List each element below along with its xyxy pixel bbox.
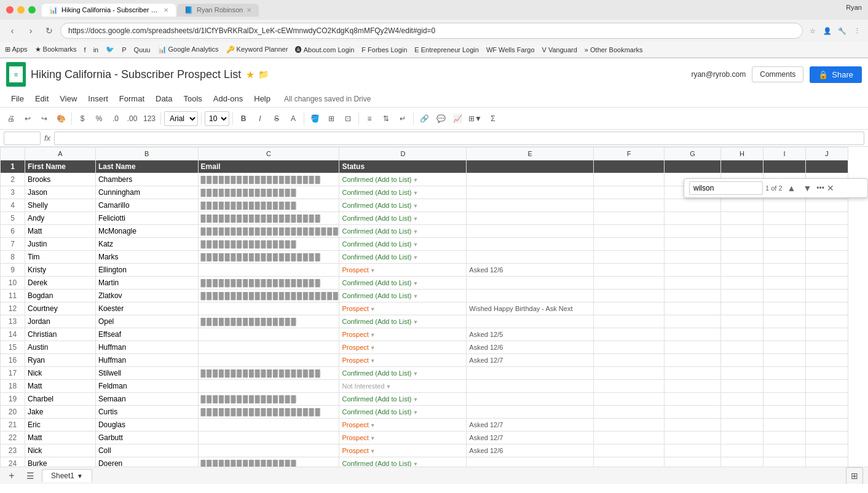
- cell-empty-17-1[interactable]: [665, 367, 721, 380]
- tab-facebook[interactable]: 📘 Ryan Robinson ✕: [177, 4, 259, 17]
- cell-email-11[interactable]: ████████████████████████: [198, 290, 339, 302]
- cell-firstname-11[interactable]: Bogdan: [25, 290, 96, 302]
- col-header-a[interactable]: A: [25, 148, 96, 160]
- cell-empty-20-0[interactable]: [594, 406, 665, 419]
- menu-data[interactable]: Data: [151, 92, 177, 106]
- cell-empty-15-0[interactable]: [594, 341, 665, 354]
- cell-empty-16-2[interactable]: [721, 354, 763, 367]
- cell-empty-10-4[interactable]: [805, 277, 848, 290]
- forward-btn[interactable]: ›: [23, 23, 38, 38]
- cell-reference-input[interactable]: [4, 132, 41, 145]
- cell-empty-9-2[interactable]: [721, 264, 763, 277]
- cell-status-24[interactable]: Confirmed (Add to List)▼: [339, 457, 467, 467]
- menu-insert[interactable]: Insert: [83, 92, 113, 106]
- cell-status-4[interactable]: Confirmed (Add to List)▼: [339, 199, 467, 212]
- bookmark-wellsfargo[interactable]: WF Wells Fargo: [486, 46, 535, 53]
- find-input[interactable]: [689, 181, 763, 195]
- cell-empty-19-1[interactable]: [665, 393, 721, 406]
- cell-note-8[interactable]: [467, 251, 594, 264]
- cell-note-3[interactable]: [467, 186, 594, 199]
- minimize-window-btn[interactable]: [17, 6, 25, 14]
- cell-status-12[interactable]: Prospect▼: [339, 302, 467, 315]
- cell-email-15[interactable]: [198, 341, 339, 354]
- cell-empty-7-1[interactable]: [665, 238, 721, 251]
- cell-status-11[interactable]: Confirmed (Add to List)▼: [339, 290, 467, 302]
- status-dropdown-icon[interactable]: ▼: [386, 384, 392, 390]
- comment-btn[interactable]: 💬: [433, 111, 448, 126]
- share-button[interactable]: 🔒 Share: [810, 66, 862, 83]
- cell-email-6[interactable]: ██████████████████████████: [198, 225, 339, 238]
- cell-empty-23-1[interactable]: [665, 444, 721, 457]
- profile-icon[interactable]: 👤: [821, 25, 834, 37]
- status-dropdown-icon[interactable]: ▼: [413, 396, 419, 403]
- header-h[interactable]: [721, 160, 763, 173]
- cell-lastname-9[interactable]: Ellington: [95, 264, 198, 277]
- cell-empty-14-3[interactable]: [763, 328, 806, 341]
- cell-empty-4-0[interactable]: [594, 199, 665, 212]
- cell-lastname-19[interactable]: Semaan: [95, 393, 198, 406]
- cell-empty-24-3[interactable]: [763, 457, 806, 467]
- back-btn[interactable]: ‹: [5, 23, 20, 38]
- cell-empty-21-0[interactable]: [594, 419, 665, 432]
- cell-lastname-10[interactable]: Martin: [95, 277, 198, 290]
- cell-email-13[interactable]: ████████████████: [198, 315, 339, 328]
- cell-firstname-3[interactable]: Jason: [25, 186, 96, 199]
- menu-icon[interactable]: ⋮: [851, 25, 863, 37]
- cell-lastname-8[interactable]: Marks: [95, 251, 198, 264]
- status-dropdown-icon[interactable]: ▼: [413, 371, 419, 377]
- cell-note-18[interactable]: [467, 380, 594, 393]
- number-format-btn[interactable]: 123: [141, 111, 157, 126]
- col-header-c[interactable]: C: [198, 148, 339, 160]
- cell-status-21[interactable]: Prospect▼: [339, 419, 467, 432]
- cell-empty-14-0[interactable]: [594, 328, 665, 341]
- cell-empty-17-2[interactable]: [721, 367, 763, 380]
- cell-empty-7-4[interactable]: [805, 238, 848, 251]
- cell-empty-4-3[interactable]: [763, 199, 806, 212]
- cell-firstname-2[interactable]: Brooks: [25, 173, 96, 186]
- cell-note-11[interactable]: [467, 290, 594, 302]
- cell-email-17[interactable]: ████████████████████: [198, 367, 339, 380]
- cell-email-23[interactable]: [198, 444, 339, 457]
- cell-email-3[interactable]: ████████████████: [198, 186, 339, 199]
- menu-tools[interactable]: Tools: [178, 92, 207, 106]
- cell-lastname-18[interactable]: Feldman: [95, 380, 198, 393]
- paint-format-btn[interactable]: 🎨: [53, 111, 68, 126]
- fill-color-btn[interactable]: 🪣: [307, 111, 322, 126]
- cell-lastname-15[interactable]: Huffman: [95, 341, 198, 354]
- cell-empty-16-1[interactable]: [665, 354, 721, 367]
- cell-status-23[interactable]: Prospect▼: [339, 444, 467, 457]
- cell-lastname-16[interactable]: Huffman: [95, 354, 198, 367]
- cell-lastname-24[interactable]: Doeren: [95, 457, 198, 467]
- cell-empty-17-3[interactable]: [763, 367, 806, 380]
- cell-empty-13-0[interactable]: [594, 315, 665, 328]
- cell-email-10[interactable]: ████████████████████: [198, 277, 339, 290]
- cell-status-17[interactable]: Confirmed (Add to List)▼: [339, 367, 467, 380]
- folder-icon[interactable]: 📁: [258, 69, 269, 79]
- status-dropdown-icon[interactable]: ▼: [413, 319, 419, 325]
- col-header-f[interactable]: F: [594, 148, 665, 160]
- cell-empty-21-2[interactable]: [721, 419, 763, 432]
- cell-empty-15-1[interactable]: [665, 341, 721, 354]
- cell-empty-12-0[interactable]: [594, 302, 665, 315]
- cell-note-17[interactable]: [467, 367, 594, 380]
- star-icon[interactable]: ★: [246, 69, 254, 81]
- function-btn[interactable]: Σ: [486, 111, 500, 126]
- status-dropdown-icon[interactable]: ▼: [413, 461, 419, 467]
- cell-note-16[interactable]: Asked 12/7: [467, 354, 594, 367]
- status-dropdown-icon[interactable]: ▼: [413, 177, 419, 183]
- cell-status-18[interactable]: Not Interested▼: [339, 380, 467, 393]
- cell-status-22[interactable]: Prospect▼: [339, 432, 467, 444]
- borders-btn[interactable]: ⊞: [324, 111, 339, 126]
- bookmark-vanguard[interactable]: V Vanguard: [542, 46, 577, 53]
- cell-empty-6-2[interactable]: [721, 225, 763, 238]
- find-close-btn[interactable]: ✕: [827, 183, 834, 193]
- header-f[interactable]: [594, 160, 665, 173]
- decimal-less-btn[interactable]: .0: [108, 111, 123, 126]
- cell-lastname-17[interactable]: Stilwell: [95, 367, 198, 380]
- cell-empty-9-4[interactable]: [805, 264, 848, 277]
- cell-status-6[interactable]: Confirmed (Add to List)▼: [339, 225, 467, 238]
- cell-empty-8-2[interactable]: [721, 251, 763, 264]
- address-input[interactable]: [60, 23, 803, 39]
- cell-empty-8-4[interactable]: [805, 251, 848, 264]
- status-dropdown-icon[interactable]: ▼: [413, 216, 419, 222]
